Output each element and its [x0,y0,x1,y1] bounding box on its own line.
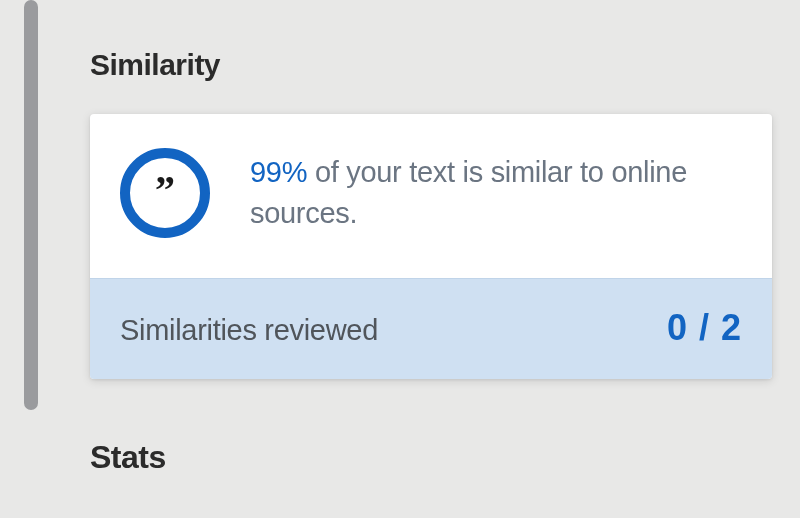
similarity-summary-rest: of your text is similar to online source… [250,156,687,229]
quote-glyph: ” [155,170,175,210]
similarity-summary-text: 99% of your text is similar to online so… [250,152,742,233]
reviewed-separator: / [688,307,721,348]
similarity-percent: 99% [250,156,307,188]
similarities-reviewed-count: 0 / 2 [667,307,742,349]
stats-section-title: Stats [90,439,790,476]
reviewed-current: 0 [667,307,688,348]
similarity-summary-row: ” 99% of your text is similar to online … [90,114,772,278]
similarity-section-title: Similarity [90,48,790,82]
scrollbar-thumb[interactable] [24,0,38,410]
panel-content: Similarity ” 99% of your text is similar… [90,0,790,476]
reviewed-total: 2 [721,307,742,348]
similarities-reviewed-row[interactable]: Similarities reviewed 0 / 2 [90,278,772,379]
quote-icon: ” [120,148,210,238]
similarity-card[interactable]: ” 99% of your text is similar to online … [90,114,772,379]
similarities-reviewed-label: Similarities reviewed [120,314,378,347]
